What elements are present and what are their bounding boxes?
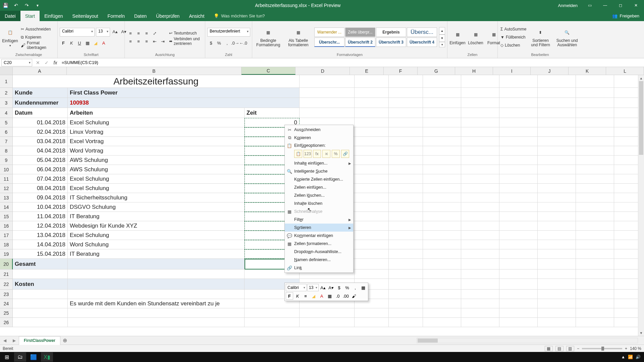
accounting-format-icon[interactable]: $ xyxy=(207,39,215,47)
styles-scroll-down-icon[interactable]: ▼ xyxy=(439,35,445,42)
cell[interactable] xyxy=(538,165,576,174)
zoom-thumb[interactable] xyxy=(601,347,604,351)
increase-indent-icon[interactable]: ⇥ xyxy=(159,38,166,45)
cell-datum[interactable]: 01.04.2018 xyxy=(13,118,68,127)
cell[interactable] xyxy=(13,308,68,318)
scroll-up-icon[interactable]: ▲ xyxy=(638,75,644,81)
align-left-icon[interactable]: ≡ xyxy=(127,38,134,45)
cell[interactable] xyxy=(576,212,614,221)
header-datum[interactable]: Datum xyxy=(13,108,68,118)
cell[interactable] xyxy=(423,137,461,146)
cell[interactable] xyxy=(499,88,538,98)
cell[interactable] xyxy=(499,75,538,88)
scroll-down-icon[interactable]: ▼ xyxy=(638,330,644,336)
row-header[interactable]: 4 xyxy=(0,108,13,118)
cell[interactable] xyxy=(423,202,461,212)
tab-layout[interactable]: Seitenlayout xyxy=(68,11,103,21)
cell[interactable] xyxy=(423,308,461,318)
cell[interactable] xyxy=(355,221,389,231)
find-select-button[interactable]: 🔍Suchen und Auswählen xyxy=(554,24,581,50)
cell[interactable] xyxy=(538,127,576,137)
cell[interactable] xyxy=(389,118,423,127)
cell[interactable] xyxy=(461,231,499,240)
decrease-decimal-icon[interactable]: ←.0 xyxy=(239,39,247,47)
cell[interactable] xyxy=(355,108,389,118)
cell-datum[interactable]: 02.04.2018 xyxy=(13,127,68,137)
cell-datum[interactable]: 07.04.2018 xyxy=(13,174,68,184)
ctx-cut[interactable]: Ausschneiden xyxy=(285,126,353,134)
cell[interactable] xyxy=(68,279,245,290)
cell[interactable] xyxy=(389,240,423,249)
maximize-button[interactable]: ◻ xyxy=(613,0,628,11)
col-header-a[interactable]: A xyxy=(13,67,67,75)
cell[interactable] xyxy=(538,240,576,249)
label-kosten[interactable]: Kosten xyxy=(13,279,68,290)
cell-note[interactable]: Es wurde mit dem Kunden ein Stundensatz … xyxy=(68,299,245,308)
cell[interactable] xyxy=(423,156,461,165)
cell[interactable] xyxy=(576,88,614,98)
style-heading2[interactable]: Überschrift 2 xyxy=(345,38,375,47)
cell[interactable] xyxy=(423,174,461,184)
cell[interactable] xyxy=(461,193,499,202)
cell[interactable] xyxy=(68,308,245,318)
cell-datum[interactable]: 10.04.2018 xyxy=(13,202,68,212)
mini-increase-font-icon[interactable]: A▴ xyxy=(319,284,327,291)
mini-bold-button[interactable]: F xyxy=(286,292,293,300)
cell[interactable] xyxy=(423,184,461,193)
zoom-slider[interactable] xyxy=(582,348,622,349)
mini-percent-icon[interactable]: % xyxy=(343,284,351,291)
style-heading3[interactable]: Überschrift 3 xyxy=(376,38,406,47)
label-kundennummer[interactable]: Kundennummer xyxy=(13,98,68,108)
mini-italic-button[interactable]: K xyxy=(294,292,301,300)
system-tray[interactable]: ▲ 📶 🔊 xyxy=(621,355,643,359)
cell[interactable] xyxy=(461,165,499,174)
cell-datum[interactable]: 04.04.2018 xyxy=(13,146,68,156)
cell[interactable] xyxy=(461,221,499,231)
font-color-button[interactable]: A xyxy=(100,39,107,47)
merge-center-button[interactable]: ⬌Verbinden und zentrieren xyxy=(168,38,203,45)
cell[interactable] xyxy=(355,127,389,137)
row-header[interactable]: 19 xyxy=(0,249,13,259)
cell[interactable] xyxy=(68,290,245,299)
cell[interactable] xyxy=(576,184,614,193)
cell[interactable] xyxy=(389,318,423,327)
cell[interactable] xyxy=(355,137,389,146)
cell[interactable] xyxy=(423,231,461,240)
ctx-sort[interactable]: Sortieren▶ xyxy=(285,224,353,232)
cell[interactable] xyxy=(461,118,499,127)
cell[interactable] xyxy=(461,184,499,193)
row-header[interactable]: 7 xyxy=(0,137,13,146)
cell[interactable] xyxy=(355,156,389,165)
cell[interactable] xyxy=(499,146,538,156)
cell[interactable] xyxy=(423,299,461,308)
cell[interactable] xyxy=(423,127,461,137)
col-header-c[interactable]: C xyxy=(241,67,296,75)
cell[interactable] xyxy=(499,184,538,193)
sheet-nav-next-icon[interactable]: ▶ xyxy=(9,338,19,343)
add-sheet-button[interactable]: ⊕ xyxy=(60,336,69,345)
cell[interactable] xyxy=(389,98,423,108)
sheet-nav-prev-icon[interactable]: ◀ xyxy=(0,338,9,343)
cell[interactable] xyxy=(355,240,389,249)
cell-datum[interactable]: 06.04.2018 xyxy=(13,165,68,174)
ctx-smart-lookup[interactable]: 🔍Intelligente Suche xyxy=(285,167,353,175)
cell[interactable] xyxy=(576,108,614,118)
cell[interactable] xyxy=(355,165,389,174)
cell[interactable] xyxy=(576,202,614,212)
cell-datum[interactable]: 09.04.2018 xyxy=(13,193,68,202)
cell-datum[interactable]: 11.04.2018 xyxy=(13,212,68,221)
tab-insert[interactable]: Einfügen xyxy=(40,11,67,21)
cell[interactable] xyxy=(538,156,576,165)
vertical-scrollbar[interactable]: ▲ ▼ xyxy=(638,75,644,336)
mini-format-cells-icon[interactable]: ▦ xyxy=(360,284,367,291)
clear-button[interactable]: ◇Löschen xyxy=(500,42,527,49)
row-header[interactable]: 26 xyxy=(0,318,13,327)
horizontal-scrollbar[interactable] xyxy=(417,338,638,343)
style-result[interactable]: Ergebnis xyxy=(376,27,406,37)
cell[interactable] xyxy=(576,98,614,108)
col-header-l[interactable]: L xyxy=(606,67,644,75)
tray-up-icon[interactable]: ▲ xyxy=(621,355,625,359)
cell[interactable] xyxy=(576,118,614,127)
increase-font-icon[interactable]: A▴ xyxy=(111,28,119,35)
cell[interactable] xyxy=(538,269,576,279)
